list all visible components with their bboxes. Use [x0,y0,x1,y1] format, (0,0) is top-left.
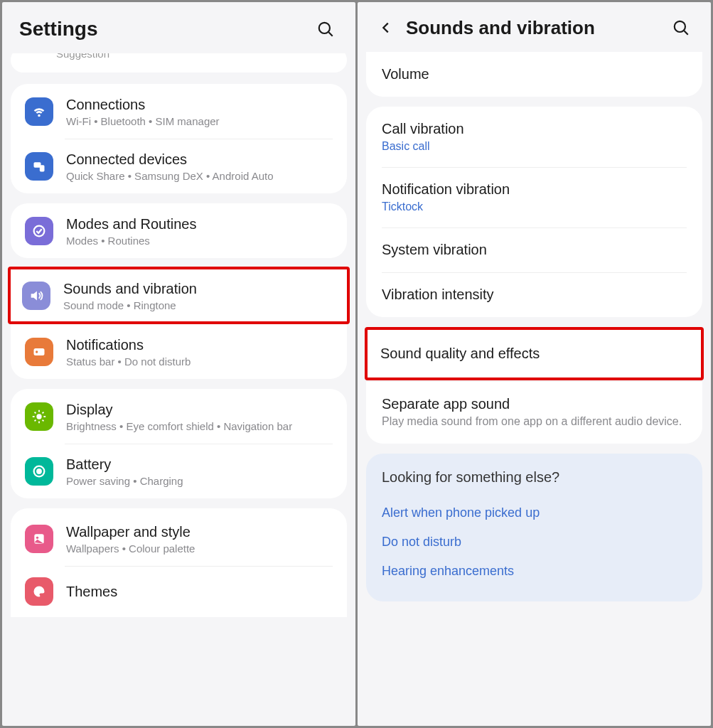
sounds-vibration-pane: Sounds and vibration Volume Call vibrati… [358,2,711,726]
search-icon [316,20,335,38]
wallpaper-row[interactable]: Wallpaper and style Wallpapers • Colour … [11,511,347,566]
display-icon [25,402,53,431]
svg-rect-3 [40,165,45,171]
display-row[interactable]: Display Brightness • Eye comfort shield … [11,389,347,444]
row-title: Notification vibration [382,181,687,198]
row-subtitle: Quick Share • Samsung DeX • Android Auto [66,170,333,182]
row-title: Notifications [66,336,333,354]
suggestions-title: Looking for something else? [382,469,687,486]
row-title: Sounds and vibration [63,279,336,298]
modes-icon [25,217,53,245]
sound-quality-row[interactable]: Sound quality and effects [368,330,701,378]
settings-group: Display Brightness • Eye comfort shield … [11,389,347,498]
battery-icon [25,457,53,486]
sound-icon [22,282,50,310]
row-value: Ticktock [382,200,687,213]
row-title: Connections [66,95,333,114]
svg-line-1 [328,32,332,36]
suggestion-link[interactable]: Hearing enhancements [382,557,687,586]
themes-icon [25,577,53,606]
svg-point-0 [319,23,330,33]
svg-line-14 [35,419,36,421]
wifi-icon [25,97,53,126]
call-vibration-row[interactable]: Call vibration Basic call [366,107,702,167]
svg-line-21 [684,31,687,34]
separate-app-group: Separate app sound Play media sound from… [366,382,702,444]
svg-point-20 [675,21,685,32]
separate-app-sound-row[interactable]: Separate app sound Play media sound from… [366,382,702,444]
highlight-box: Sound quality and effects [365,327,704,380]
row-title: Vibration intensity [382,287,687,303]
row-subtitle: Sound mode • Ringtone [63,299,336,311]
sounds-title: Sounds and vibration [406,17,668,39]
row-title: Separate app sound [382,396,687,412]
svg-point-17 [37,469,41,473]
back-button[interactable] [375,16,397,39]
row-subtitle: Wi-Fi • Bluetooth • SIM manager [66,115,333,127]
themes-row[interactable]: Themes [11,566,347,617]
notifications-row[interactable]: Notifications Status bar • Do not distur… [11,324,347,379]
row-title: Volume [382,66,687,82]
chevron-left-icon [378,20,394,36]
row-subtitle: Modes • Routines [66,235,333,247]
settings-group: Modes and Routines Modes • Routines [11,203,347,258]
row-subtitle: Wallpapers • Colour palette [66,542,333,555]
sounds-header: Sounds and vibration [358,2,711,52]
settings-group: Notifications Status bar • Do not distur… [11,324,347,379]
notifications-icon [25,338,53,366]
row-subtitle: Power saving • Charging [66,475,333,487]
row-title: Display [66,400,333,419]
row-title: Connected devices [66,150,333,168]
notification-vibration-row[interactable]: Notification vibration Ticktock [366,167,702,228]
row-title: Battery [66,455,333,473]
svg-line-12 [35,412,36,413]
highlight-box: Sounds and vibration Sound mode • Ringto… [8,267,350,324]
vibration-intensity-row[interactable]: Vibration intensity [366,272,702,317]
settings-title: Settings [19,18,313,41]
row-subtitle: Status bar • Do not disturb [66,355,333,368]
row-title: Call vibration [382,121,687,137]
vibration-group: Call vibration Basic call Notification v… [366,107,702,317]
wallpaper-icon [25,525,53,553]
svg-point-7 [36,414,41,419]
settings-group: Wallpaper and style Wallpapers • Colour … [11,508,347,617]
suggestion-label: Suggestion [25,53,333,60]
svg-point-19 [36,536,38,538]
suggestion-link[interactable]: Alert when phone picked up [382,498,687,528]
svg-rect-5 [34,348,45,355]
system-vibration-row[interactable]: System vibration [366,228,702,272]
search-button[interactable] [313,16,338,42]
search-button[interactable] [668,15,694,41]
row-title: Wallpaper and style [66,523,333,541]
devices-icon [25,152,53,181]
row-title: Sound quality and effects [380,346,688,362]
row-description: Play media sound from one app on a diffe… [382,414,687,429]
row-title: Modes and Routines [66,215,333,233]
row-value: Basic call [382,140,687,153]
suggestion-card[interactable]: Suggestion [11,53,347,73]
search-icon [672,18,690,37]
connections-row[interactable]: Connections Wi-Fi • Bluetooth • SIM mana… [11,84,347,139]
suggestion-link[interactable]: Do not disturb [382,528,687,557]
svg-point-6 [36,350,38,353]
sounds-vibration-row[interactable]: Sounds and vibration Sound mode • Ringto… [11,269,347,321]
settings-group: Connections Wi-Fi • Bluetooth • SIM mana… [11,84,347,193]
svg-line-15 [43,412,44,413]
row-title: Themes [66,582,333,601]
volume-row[interactable]: Volume [366,52,702,97]
svg-line-13 [43,419,44,421]
settings-header: Settings [2,2,355,53]
connected-devices-row[interactable]: Connected devices Quick Share • Samsung … [11,139,347,193]
suggestions-box: Looking for something else? Alert when p… [366,454,702,601]
row-subtitle: Brightness • Eye comfort shield • Naviga… [66,420,333,432]
modes-row[interactable]: Modes and Routines Modes • Routines [11,203,347,258]
battery-row[interactable]: Battery Power saving • Charging [11,444,347,498]
settings-pane: Settings Suggestion Connections Wi-Fi • … [2,2,355,726]
row-title: System vibration [382,242,687,258]
